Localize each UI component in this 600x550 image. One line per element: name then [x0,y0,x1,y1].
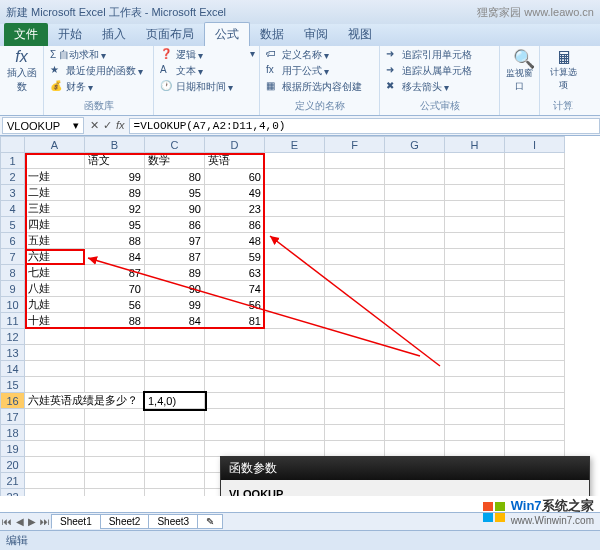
cell[interactable]: 86 [205,217,265,233]
cell[interactable]: 60 [205,169,265,185]
enter-icon[interactable]: ✓ [103,119,112,132]
cell[interactable]: 97 [145,233,205,249]
cancel-icon[interactable]: ✕ [90,119,99,132]
row-header-22[interactable]: 22 [1,489,25,497]
cell[interactable]: 二娃 [25,185,85,201]
logical-button[interactable]: ❓逻辑 ▾ [160,48,238,62]
cell[interactable]: 99 [145,297,205,313]
row-header-11[interactable]: 11 [1,313,25,329]
use-in-formula-button[interactable]: fx用于公式 ▾ [266,64,373,78]
more-icon[interactable]: ▾ [250,48,253,59]
row-header-8[interactable]: 8 [1,265,25,281]
cell[interactable]: 89 [145,265,205,281]
row-header-16[interactable]: 16 [1,393,25,409]
tab-formulas[interactable]: 公式 [204,22,250,46]
sheet-nav-prev[interactable]: ◀ [14,516,26,527]
col-header-D[interactable]: D [205,137,265,153]
remove-arrows-button[interactable]: ✖移去箭头 ▾ [386,80,493,94]
cell[interactable]: 23 [205,201,265,217]
cell[interactable]: 84 [145,313,205,329]
recent-button[interactable]: ★最近使用的函数 ▾ [50,64,147,78]
sheet-nav-next[interactable]: ▶ [26,516,38,527]
corner-cell[interactable] [1,137,25,153]
cell[interactable]: 87 [85,265,145,281]
cell[interactable]: 87 [145,249,205,265]
cell[interactable]: 六娃 [25,249,85,265]
cell[interactable]: 四娃 [25,217,85,233]
calc-options-button[interactable]: 🖩 计算选项 [546,48,580,92]
row-header-17[interactable]: 17 [1,409,25,425]
cell[interactable]: 95 [145,185,205,201]
row-header-5[interactable]: 5 [1,217,25,233]
cell[interactable]: 99 [85,169,145,185]
sheet-tab-new[interactable]: ✎ [197,514,223,529]
row-header-2[interactable]: 2 [1,169,25,185]
sheet-nav-first[interactable]: ⏮ [0,516,14,527]
insert-function-button[interactable]: fx 插入函数 [6,48,37,94]
cell[interactable]: 十娃 [25,313,85,329]
define-name-button[interactable]: 🏷定义名称 ▾ [266,48,373,62]
tab-insert[interactable]: 插入 [92,23,136,46]
name-box[interactable]: VLOOKUP▾ [2,117,84,134]
datetime-button[interactable]: 🕐日期和时间 ▾ [160,80,238,94]
col-header-G[interactable]: G [385,137,445,153]
cell[interactable]: 70 [85,281,145,297]
cell[interactable]: 81 [205,313,265,329]
financial-button[interactable]: 💰财务 ▾ [50,80,147,94]
cell[interactable]: 48 [205,233,265,249]
cell[interactable]: 89 [85,185,145,201]
cell[interactable]: 56 [85,297,145,313]
row-header-15[interactable]: 15 [1,377,25,393]
cell[interactable]: 九娃 [25,297,85,313]
trace-dependents-button[interactable]: ➜追踪从属单元格 [386,64,493,78]
col-header-F[interactable]: F [325,137,385,153]
cell[interactable]: 49 [205,185,265,201]
question-label[interactable]: 六娃英语成绩是多少？ [25,393,145,409]
cell[interactable]: 80 [145,169,205,185]
col-header-A[interactable]: A [25,137,85,153]
row-header-13[interactable]: 13 [1,345,25,361]
row-header-6[interactable]: 6 [1,233,25,249]
dialog-title[interactable]: 函数参数 [221,457,589,480]
cell[interactable]: 56 [205,297,265,313]
sheet-tab-1[interactable]: Sheet1 [51,514,101,529]
function-arguments-dialog[interactable]: 函数参数 VLOOKUP Lookup_value 对象 = "六娃" Tabl… [220,456,590,496]
text-button[interactable]: A文本 ▾ [160,64,238,78]
row-header-1[interactable]: 1 [1,153,25,169]
row-header-3[interactable]: 3 [1,185,25,201]
col-header-C[interactable]: C [145,137,205,153]
cell[interactable]: 三娃 [25,201,85,217]
col-header-I[interactable]: I [505,137,565,153]
row-header-14[interactable]: 14 [1,361,25,377]
sheet-tab-2[interactable]: Sheet2 [100,514,150,529]
cell[interactable]: 88 [85,233,145,249]
row-header-7[interactable]: 7 [1,249,25,265]
row-header-9[interactable]: 9 [1,281,25,297]
trace-precedents-button[interactable]: ➜追踪引用单元格 [386,48,493,62]
cell[interactable]: 59 [205,249,265,265]
row-header-21[interactable]: 21 [1,473,25,489]
cell[interactable]: 一娃 [25,169,85,185]
cell[interactable]: 五娃 [25,233,85,249]
tab-view[interactable]: 视图 [338,23,382,46]
cell[interactable]: 88 [85,313,145,329]
cell[interactable]: 63 [205,265,265,281]
cell[interactable]: 八娃 [25,281,85,297]
cell[interactable]: 84 [85,249,145,265]
row-header-4[interactable]: 4 [1,201,25,217]
tab-home[interactable]: 开始 [48,23,92,46]
chevron-down-icon[interactable]: ▾ [73,119,79,132]
row-header-20[interactable]: 20 [1,457,25,473]
col-header-B[interactable]: B [85,137,145,153]
cell[interactable]: 七娃 [25,265,85,281]
cell[interactable]: 74 [205,281,265,297]
sheet-area[interactable]: ABCDEFGHI1语文数学英语2一娃9980603二娃8995494三娃929… [0,136,600,496]
tab-layout[interactable]: 页面布局 [136,23,204,46]
watch-window-button[interactable]: 🔍 监视窗口 [506,48,533,93]
active-cell[interactable]: 1,4,0) [145,393,205,409]
tab-data[interactable]: 数据 [250,23,294,46]
sheet-tab-3[interactable]: Sheet3 [148,514,198,529]
cell[interactable]: 90 [145,281,205,297]
fx-mini-icon[interactable]: fx [116,119,125,132]
formula-input[interactable]: =VLOOKUP(A7,A2:D11,4,0) [129,118,600,134]
